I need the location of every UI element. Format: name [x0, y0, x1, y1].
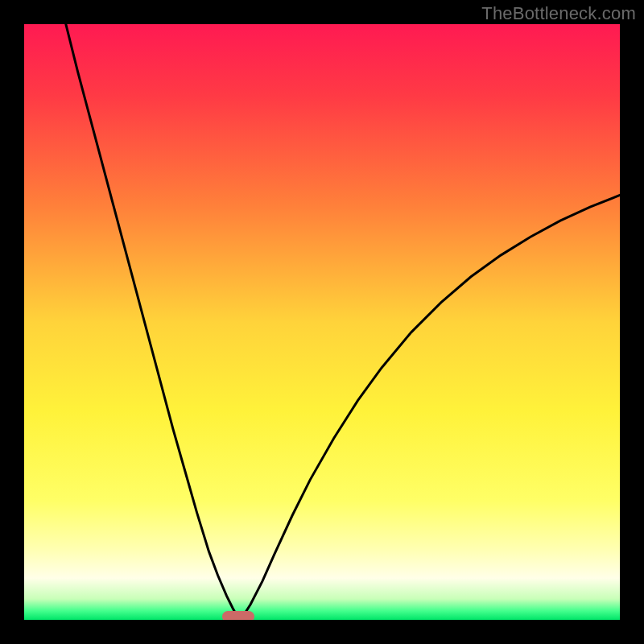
bottleneck-curve	[24, 24, 620, 620]
optimum-marker	[222, 611, 254, 620]
plot-area	[24, 24, 620, 620]
watermark-text: TheBottleneck.com	[481, 3, 636, 24]
chart-frame: TheBottleneck.com	[0, 0, 644, 644]
